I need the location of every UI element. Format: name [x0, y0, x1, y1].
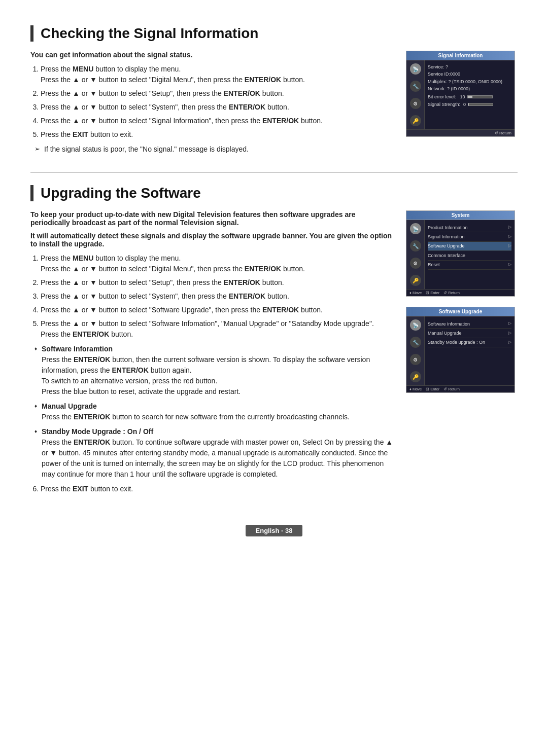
- system-screen-icons: 📡 🔧 ⚙ 🔑: [406, 220, 425, 289]
- upgrade-text-col: To keep your product up-to-date with new…: [30, 210, 394, 498]
- signal-step-3: Press the ▲ or ▼ button to select "Syste…: [41, 102, 394, 113]
- system-screen: System 📡 🔧 ⚙ 🔑 Product Information▷ Sign: [406, 210, 515, 297]
- sw-move-label: ♦ Move: [409, 387, 422, 391]
- signal-strength-bar-fill: [468, 103, 469, 105]
- signal-text-col: You can get information about the signal…: [30, 51, 394, 157]
- sw-icon-3: ⚙: [410, 354, 421, 365]
- upgrade-content: To keep your product up-to-date with new…: [30, 210, 518, 498]
- signal-steps-list: Press the MENU button to display the men…: [41, 64, 394, 140]
- signal-content: You can get information about the signal…: [30, 51, 518, 157]
- bullet-software-info: Software Inforamtion Press the ENTER/OK …: [35, 344, 394, 397]
- sw-return-label: ↺ Return: [443, 387, 460, 391]
- section-divider: [30, 172, 518, 173]
- signal-screen-icons: 📡 🔧 ⚙ 🔑: [406, 60, 425, 129]
- upgrade-screen-col: System 📡 🔧 ⚙ 🔑 Product Information▷ Sign: [406, 210, 518, 393]
- bit-error-bar: [467, 95, 493, 98]
- icon-antenna: 📡: [410, 63, 421, 75]
- upgrade-title: Upgrading the Software: [30, 185, 518, 201]
- system-screen-footer: ♦ Move ⊡ Enter ↺ Return: [406, 289, 515, 296]
- upgrade-intro-bold: To keep your product up-to-date with new…: [30, 210, 394, 227]
- icon-signal2: ⚙: [410, 98, 421, 109]
- signal-service: Service: ?: [428, 63, 511, 70]
- system-menu-signal: Signal Information▷: [428, 232, 511, 241]
- signal-service-id: Service ID:0000: [428, 70, 511, 78]
- software-screen-body: 📡 🔧 ⚙ 🔑 Software Information▷ Manual Upg…: [406, 316, 515, 385]
- sw-menu-standby: Standby Mode upgrade : On▷: [428, 338, 511, 347]
- upgrade-step-2: Press the ▲ or ▼ button to select "Setup…: [41, 277, 394, 288]
- sw-icon-4: 🔑: [410, 371, 421, 382]
- system-screen-info: Product Information▷ Signal Information▷…: [425, 220, 515, 289]
- signal-note: If the signal status is poor, the "No si…: [35, 144, 394, 155]
- upgrade-step-5: Press the ▲ or ▼ button to select "Softw…: [41, 318, 394, 340]
- sw-icon-1: 📡: [410, 319, 421, 331]
- page-footer: English - 38: [30, 519, 518, 536]
- signal-strength: Signal Strength: 0: [428, 101, 511, 108]
- signal-screen-col: Signal Information 📡 🔧 ⚙ 🔑 Service: ? Se…: [406, 51, 518, 137]
- signal-return-label: ↺ Return: [495, 131, 511, 135]
- sw-icon-2: 🔧: [410, 337, 421, 348]
- sw-menu-info: Software Information▷: [428, 319, 511, 329]
- signal-intro: You can get information about the signal…: [30, 51, 394, 59]
- upgrade-bullets-list: Software Inforamtion Press the ENTER/OK …: [35, 344, 394, 480]
- signal-network: Network: ? (ID 0000): [428, 85, 511, 92]
- software-screen-icons: 📡 🔧 ⚙ 🔑: [406, 316, 425, 385]
- sw-menu-manual: Manual Upgrade▷: [428, 329, 511, 338]
- signal-screen-header: Signal Information: [406, 51, 515, 60]
- signal-section: Checking the Signal Information You can …: [30, 25, 518, 157]
- sys-enter-label: ⊡ Enter: [426, 291, 439, 295]
- signal-multiplex: Multiplex: ? (TSID 0000, ONID 0000): [428, 78, 511, 85]
- signal-bit-error: Bit error level: 10: [428, 93, 511, 100]
- signal-screen-info: Service: ? Service ID:0000 Multiplex: ? …: [425, 60, 515, 129]
- upgrade-last-step-list: Press the EXIT button to exit.: [41, 484, 394, 494]
- sw-enter-label: ⊡ Enter: [426, 387, 439, 391]
- system-menu-common: Common Interface: [428, 251, 511, 260]
- system-menu-product: Product Information▷: [428, 223, 511, 232]
- sys-return-label: ↺ Return: [443, 291, 460, 295]
- signal-screen-footer: ↺ Return: [406, 129, 515, 136]
- software-screen-footer: ♦ Move ⊡ Enter ↺ Return: [406, 385, 515, 392]
- bullet-standby-upgrade: Standby Mode Upgrade : On / Off Press th…: [35, 426, 394, 480]
- signal-step-5: Press the EXIT button to exit.: [41, 129, 394, 140]
- signal-title: Checking the Signal Information: [30, 25, 518, 42]
- upgrade-step-4: Press the ▲ or ▼ button to select "Softw…: [41, 305, 394, 315]
- sys-move-label: ♦ Move: [409, 291, 422, 295]
- system-screen-body: 📡 🔧 ⚙ 🔑 Product Information▷ Signal Info…: [406, 220, 515, 289]
- upgrade-step-6: Press the EXIT button to exit.: [41, 484, 394, 494]
- page-number-badge: English - 38: [246, 525, 303, 536]
- upgrade-intro2: It will automatically detect these signa…: [30, 232, 394, 248]
- upgrade-steps-list: Press the MENU button to display the men…: [41, 253, 394, 340]
- sys-icon-3: ⚙: [410, 258, 421, 269]
- system-menu-software: Software Upgrade▷: [428, 242, 511, 251]
- upgrade-step-1: Press the MENU button to display the men…: [41, 253, 394, 274]
- signal-step-4: Press the ▲ or ▼ button to select "Signa…: [41, 116, 394, 126]
- software-upgrade-screen: Software Upgrade 📡 🔧 ⚙ 🔑 Software Inform…: [406, 307, 515, 393]
- icon-signal1: 🔧: [410, 81, 421, 92]
- bit-error-bar-fill: [468, 96, 473, 98]
- icon-signal3: 🔑: [410, 115, 421, 126]
- signal-step-2: Press the ▲ or ▼ button to select "Setup…: [41, 88, 394, 99]
- sys-icon-2: 🔧: [410, 240, 421, 251]
- system-screen-header: System: [406, 211, 515, 220]
- software-screen-info: Software Information▷ Manual Upgrade▷ St…: [425, 316, 515, 385]
- bullet-manual-upgrade: Manual Upgrade Press the ENTER/OK button…: [35, 401, 394, 422]
- signal-screen-body: 📡 🔧 ⚙ 🔑 Service: ? Service ID:0000 Multi…: [406, 60, 515, 129]
- software-screen-header: Software Upgrade: [406, 307, 515, 316]
- upgrade-step-3: Press the ▲ or ▼ button to select "Syste…: [41, 291, 394, 302]
- system-menu-reset: Reset▷: [428, 261, 511, 270]
- sys-icon-4: 🔑: [410, 275, 421, 286]
- signal-step-1: Press the MENU button to display the men…: [41, 64, 394, 85]
- sys-icon-1: 📡: [410, 223, 421, 234]
- upgrade-section: Upgrading the Software To keep your prod…: [30, 185, 518, 498]
- signal-strength-bar: [468, 103, 493, 106]
- signal-screen: Signal Information 📡 🔧 ⚙ 🔑 Service: ? Se…: [406, 51, 515, 137]
